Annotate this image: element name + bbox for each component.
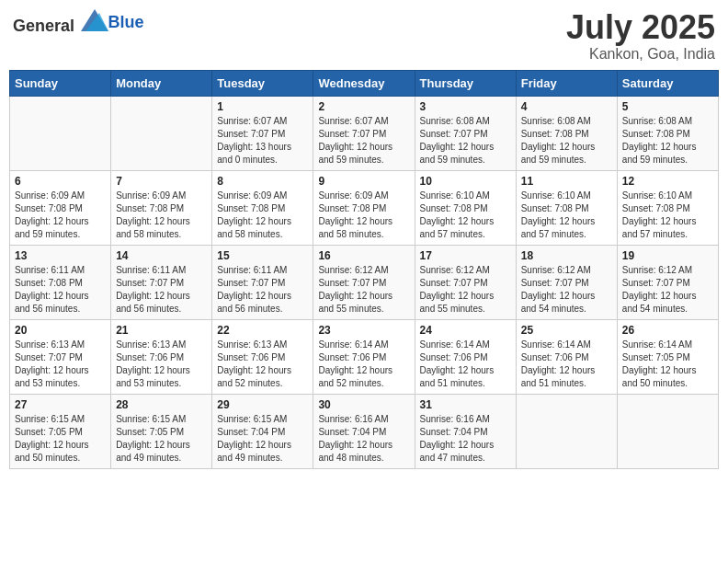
column-header-thursday: Thursday (415, 70, 516, 96)
calendar-week-row: 27Sunrise: 6:15 AM Sunset: 7:05 PM Dayli… (10, 394, 719, 468)
calendar-cell: 28Sunrise: 6:15 AM Sunset: 7:05 PM Dayli… (111, 394, 212, 468)
calendar-cell: 30Sunrise: 6:16 AM Sunset: 7:04 PM Dayli… (313, 394, 415, 468)
day-info: Sunrise: 6:11 AM Sunset: 7:07 PM Dayligh… (116, 264, 207, 316)
calendar-cell: 25Sunrise: 6:14 AM Sunset: 7:06 PM Dayli… (516, 319, 617, 394)
calendar-week-row: 13Sunrise: 6:11 AM Sunset: 7:08 PM Dayli… (10, 245, 719, 319)
day-number: 28 (116, 398, 207, 411)
day-info: Sunrise: 6:15 AM Sunset: 7:05 PM Dayligh… (15, 413, 106, 465)
logo-blue: Blue (108, 13, 144, 31)
calendar-cell (516, 394, 617, 468)
calendar-cell: 2Sunrise: 6:07 AM Sunset: 7:07 PM Daylig… (313, 96, 415, 170)
column-header-saturday: Saturday (617, 70, 718, 96)
calendar-cell: 17Sunrise: 6:12 AM Sunset: 7:07 PM Dayli… (415, 245, 516, 319)
day-info: Sunrise: 6:08 AM Sunset: 7:07 PM Dayligh… (420, 115, 511, 167)
day-info: Sunrise: 6:11 AM Sunset: 7:07 PM Dayligh… (217, 264, 308, 316)
day-info: Sunrise: 6:14 AM Sunset: 7:05 PM Dayligh… (622, 339, 713, 390)
calendar-cell: 6Sunrise: 6:09 AM Sunset: 7:08 PM Daylig… (10, 170, 111, 245)
day-info: Sunrise: 6:16 AM Sunset: 7:04 PM Dayligh… (420, 413, 511, 465)
title-block: July 2025 Kankon, Goa, India (566, 9, 715, 63)
day-info: Sunrise: 6:10 AM Sunset: 7:08 PM Dayligh… (420, 190, 511, 241)
calendar-header-row: SundayMondayTuesdayWednesdayThursdayFrid… (10, 70, 719, 96)
calendar-cell: 5Sunrise: 6:08 AM Sunset: 7:08 PM Daylig… (617, 96, 718, 170)
day-info: Sunrise: 6:09 AM Sunset: 7:08 PM Dayligh… (15, 190, 106, 241)
column-header-monday: Monday (111, 70, 212, 96)
day-number: 19 (622, 249, 713, 262)
day-info: Sunrise: 6:13 AM Sunset: 7:07 PM Dayligh… (15, 339, 106, 390)
calendar-cell: 11Sunrise: 6:10 AM Sunset: 7:08 PM Dayli… (516, 170, 617, 245)
calendar-cell (617, 394, 718, 468)
day-number: 3 (420, 100, 511, 113)
calendar-cell: 10Sunrise: 6:10 AM Sunset: 7:08 PM Dayli… (415, 170, 516, 245)
day-number: 29 (217, 398, 308, 411)
calendar-cell: 7Sunrise: 6:09 AM Sunset: 7:08 PM Daylig… (111, 170, 212, 245)
day-number: 22 (217, 324, 308, 337)
calendar-week-row: 20Sunrise: 6:13 AM Sunset: 7:07 PM Dayli… (10, 319, 719, 394)
calendar-cell: 1Sunrise: 6:07 AM Sunset: 7:07 PM Daylig… (212, 96, 313, 170)
day-info: Sunrise: 6:10 AM Sunset: 7:08 PM Dayligh… (521, 190, 612, 241)
day-info: Sunrise: 6:12 AM Sunset: 7:07 PM Dayligh… (521, 264, 612, 316)
day-number: 26 (622, 324, 713, 337)
calendar-cell (10, 96, 111, 170)
day-info: Sunrise: 6:12 AM Sunset: 7:07 PM Dayligh… (420, 264, 511, 316)
day-info: Sunrise: 6:08 AM Sunset: 7:08 PM Dayligh… (521, 115, 612, 167)
day-number: 11 (521, 175, 612, 188)
day-number: 6 (15, 175, 106, 188)
calendar-week-row: 1Sunrise: 6:07 AM Sunset: 7:07 PM Daylig… (10, 96, 719, 170)
day-info: Sunrise: 6:14 AM Sunset: 7:06 PM Dayligh… (521, 339, 612, 390)
day-number: 30 (318, 398, 409, 411)
calendar-cell: 12Sunrise: 6:10 AM Sunset: 7:08 PM Dayli… (617, 170, 718, 245)
calendar-cell: 9Sunrise: 6:09 AM Sunset: 7:08 PM Daylig… (313, 170, 415, 245)
calendar-cell: 24Sunrise: 6:14 AM Sunset: 7:06 PM Dayli… (415, 319, 516, 394)
day-number: 17 (420, 249, 511, 262)
day-number: 31 (420, 398, 511, 411)
day-number: 9 (318, 175, 409, 188)
day-number: 5 (622, 100, 713, 113)
day-info: Sunrise: 6:07 AM Sunset: 7:07 PM Dayligh… (318, 115, 409, 167)
day-info: Sunrise: 6:10 AM Sunset: 7:08 PM Dayligh… (622, 190, 713, 241)
calendar-cell: 16Sunrise: 6:12 AM Sunset: 7:07 PM Dayli… (313, 245, 415, 319)
column-header-friday: Friday (516, 70, 617, 96)
calendar-cell: 14Sunrise: 6:11 AM Sunset: 7:07 PM Dayli… (111, 245, 212, 319)
day-info: Sunrise: 6:08 AM Sunset: 7:08 PM Dayligh… (622, 115, 713, 167)
calendar-cell: 15Sunrise: 6:11 AM Sunset: 7:07 PM Dayli… (212, 245, 313, 319)
month-title: July 2025 (566, 9, 715, 46)
day-info: Sunrise: 6:12 AM Sunset: 7:07 PM Dayligh… (318, 264, 409, 316)
calendar-cell: 3Sunrise: 6:08 AM Sunset: 7:07 PM Daylig… (415, 96, 516, 170)
calendar-cell: 21Sunrise: 6:13 AM Sunset: 7:06 PM Dayli… (111, 319, 212, 394)
day-number: 2 (318, 100, 409, 113)
day-info: Sunrise: 6:15 AM Sunset: 7:05 PM Dayligh… (116, 413, 207, 465)
calendar-cell: 23Sunrise: 6:14 AM Sunset: 7:06 PM Dayli… (313, 319, 415, 394)
column-header-sunday: Sunday (10, 70, 111, 96)
day-number: 8 (217, 175, 308, 188)
day-number: 10 (420, 175, 511, 188)
calendar-cell: 26Sunrise: 6:14 AM Sunset: 7:05 PM Dayli… (617, 319, 718, 394)
day-number: 16 (318, 249, 409, 262)
day-number: 25 (521, 324, 612, 337)
calendar-cell: 19Sunrise: 6:12 AM Sunset: 7:07 PM Dayli… (617, 245, 718, 319)
calendar-cell: 27Sunrise: 6:15 AM Sunset: 7:05 PM Dayli… (10, 394, 111, 468)
day-info: Sunrise: 6:13 AM Sunset: 7:06 PM Dayligh… (116, 339, 207, 390)
day-number: 23 (318, 324, 409, 337)
calendar-week-row: 6Sunrise: 6:09 AM Sunset: 7:08 PM Daylig… (10, 170, 719, 245)
calendar-cell: 4Sunrise: 6:08 AM Sunset: 7:08 PM Daylig… (516, 96, 617, 170)
calendar-table: SundayMondayTuesdayWednesdayThursdayFrid… (9, 70, 719, 469)
day-info: Sunrise: 6:11 AM Sunset: 7:08 PM Dayligh… (15, 264, 106, 316)
logo: General Blue (13, 9, 144, 36)
day-info: Sunrise: 6:15 AM Sunset: 7:04 PM Dayligh… (217, 413, 308, 465)
column-header-wednesday: Wednesday (313, 70, 415, 96)
day-info: Sunrise: 6:09 AM Sunset: 7:08 PM Dayligh… (116, 190, 207, 241)
day-number: 13 (15, 249, 106, 262)
day-number: 7 (116, 175, 207, 188)
calendar-cell: 29Sunrise: 6:15 AM Sunset: 7:04 PM Dayli… (212, 394, 313, 468)
day-info: Sunrise: 6:16 AM Sunset: 7:04 PM Dayligh… (318, 413, 409, 465)
page-header: General Blue July 2025 Kankon, Goa, Indi… (9, 9, 719, 63)
day-info: Sunrise: 6:14 AM Sunset: 7:06 PM Dayligh… (420, 339, 511, 390)
day-info: Sunrise: 6:09 AM Sunset: 7:08 PM Dayligh… (217, 190, 308, 241)
day-number: 15 (217, 249, 308, 262)
logo-general: General (13, 17, 74, 35)
day-number: 20 (15, 324, 106, 337)
day-number: 24 (420, 324, 511, 337)
day-info: Sunrise: 6:09 AM Sunset: 7:08 PM Dayligh… (318, 190, 409, 241)
day-number: 4 (521, 100, 612, 113)
day-info: Sunrise: 6:14 AM Sunset: 7:06 PM Dayligh… (318, 339, 409, 390)
